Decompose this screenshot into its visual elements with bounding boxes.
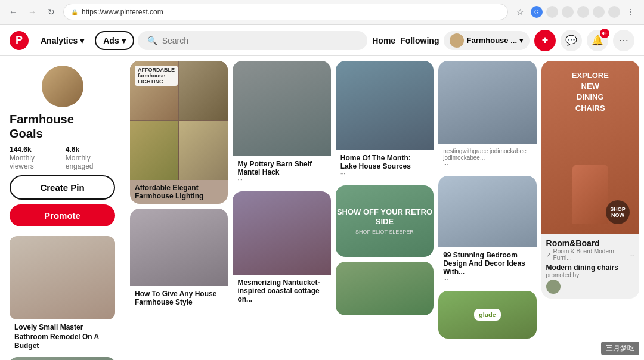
pin-item-roomboard[interactable]: EXPLORENEWDININGCHAIRS SHOP NOW Room&Boa… bbox=[541, 61, 639, 299]
pin-item-nesting[interactable]: nestingwithgrace jodimockabee jodimockab… bbox=[438, 61, 536, 171]
pin-item-nantucket[interactable]: Mesmerizing Nantucket-inspired coastal c… bbox=[233, 191, 330, 307]
ads-nav-btn[interactable]: Ads ▾ bbox=[96, 32, 132, 49]
pin-lake-info: Home Of The Month: Lake House Sources ··… bbox=[336, 150, 434, 181]
monthly-viewers-stat: 144.6k Monthly viewers bbox=[10, 145, 56, 170]
main-content: Farmhouse Goals 144.6k Monthly viewers 4… bbox=[0, 56, 644, 360]
more-button[interactable]: ⋮ bbox=[624, 5, 638, 19]
sidebar-pin-1[interactable]: Lovely Small Master Bathroom Remodel On … bbox=[10, 236, 115, 352]
pin-shelf-info: My Pottery Barn Shelf Mantel Hack ··· bbox=[233, 156, 330, 187]
search-icon: 🔍 bbox=[147, 36, 157, 45]
profile-icon[interactable]: G bbox=[531, 6, 543, 18]
sidebar: Farmhouse Goals 144.6k Monthly viewers 4… bbox=[0, 56, 125, 360]
home-nav-btn[interactable]: Home bbox=[372, 36, 395, 45]
ext-icon1[interactable] bbox=[546, 6, 558, 18]
pin-glade-label: glade bbox=[474, 309, 501, 321]
pin-roomboard-chairs-title: Modern dining chairs bbox=[546, 263, 634, 272]
profile-image bbox=[42, 66, 83, 107]
pin-roomboard-author: ↗ Room & Board Modern Furni... ··· bbox=[546, 248, 634, 261]
pin-item-green-sofa[interactable] bbox=[336, 262, 434, 315]
profile-stats: 144.6k Monthly viewers 4.6k Monthly enga… bbox=[10, 145, 115, 170]
sidebar-pin-2[interactable] bbox=[10, 357, 115, 360]
notifications-btn[interactable]: 🔔 9+ bbox=[587, 30, 608, 51]
pin-nesting-info: nestingwithgrace jodimockabee jodimockab… bbox=[438, 144, 536, 171]
pin-nantucket-info: Mesmerizing Nantucket-inspired coastal c… bbox=[233, 275, 330, 307]
sidebar-pin-title-1: Lovely Small Master Bathroom Remodel On … bbox=[10, 319, 115, 352]
pin-nesting-author: nestingwithgrace jodimockabee jodimockab… bbox=[443, 148, 531, 161]
url-text: https://www.pinterest.com bbox=[82, 8, 500, 16]
pinterest-nav: P Analytics ▾ Ads ▾ 🔍 Home Following Far… bbox=[0, 25, 644, 56]
pin-nantucket-title: Mesmerizing Nantucket-inspired coastal c… bbox=[237, 278, 326, 303]
pin-shelf-dots: ··· bbox=[237, 176, 326, 183]
more-options-btn[interactable]: ⋯ bbox=[613, 30, 634, 51]
pin-item-lake[interactable]: Home Of The Month: Lake House Sources ··… bbox=[336, 61, 434, 181]
pin-shelf-title: My Pottery Barn Shelf Mantel Hack bbox=[237, 160, 326, 176]
pin-lake-title: Home Of The Month: Lake House Sources bbox=[340, 154, 429, 170]
pin-roomboard-brand: Room&Board bbox=[546, 238, 634, 248]
lock-icon: 🔒 bbox=[71, 9, 78, 15]
browser-toolbar: ← → ↻ 🔒 https://www.pinterest.com ☆ G ⋮ bbox=[0, 0, 644, 24]
user-label: Farmhouse ... bbox=[466, 36, 517, 45]
pin-lighting-title: Affordable Elegant Farmhouse Lighting bbox=[135, 184, 223, 200]
search-input[interactable] bbox=[162, 36, 358, 45]
pin-item-retro[interactable]: SHOW OFF YOUR RETRO SIDE SHOP ELIOT SLEE… bbox=[336, 185, 434, 257]
notification-badge: 9+ bbox=[600, 29, 609, 38]
pin-retro-subtitle: SHOP ELIOT SLEEPER bbox=[355, 229, 414, 235]
pin-grid: AFFORDABLEfarmhouseLIGHTING Affordable E… bbox=[125, 56, 644, 360]
url-bar[interactable]: 🔒 https://www.pinterest.com bbox=[63, 4, 508, 20]
watermark: 三月梦吃 bbox=[601, 342, 639, 355]
analytics-nav-btn[interactable]: Analytics ▾ bbox=[33, 32, 91, 49]
pin-house-style-title: How To Give Any House Farmhouse Style bbox=[135, 290, 223, 306]
pin-item-glade[interactable]: glade bbox=[438, 291, 536, 339]
reload-button[interactable]: ↻ bbox=[44, 5, 58, 19]
add-pin-btn[interactable]: + bbox=[534, 30, 556, 51]
shop-now-btn[interactable]: SHOP NOW bbox=[606, 200, 630, 224]
forward-button[interactable]: → bbox=[25, 5, 39, 19]
pin-roomboard-promoted: promoted by bbox=[546, 272, 634, 278]
following-nav-btn[interactable]: Following bbox=[400, 36, 439, 45]
masonry-grid: AFFORDABLEfarmhouseLIGHTING Affordable E… bbox=[130, 61, 639, 339]
sidebar-pins: Lovely Small Master Bathroom Remodel On … bbox=[10, 236, 115, 360]
nav-right: Home Following Farmhouse ... ▾ + 💬 🔔 9+ … bbox=[372, 30, 634, 51]
ext-icon4[interactable] bbox=[593, 6, 605, 18]
browser-icons-right: ☆ G ⋮ bbox=[513, 5, 638, 19]
pinterest-logo[interactable]: P bbox=[10, 31, 29, 50]
pin-item-bedroom[interactable]: 99 Stunning Bedroom Design And Decor Ide… bbox=[438, 176, 536, 286]
pin-bedroom-title: 99 Stunning Bedroom Design And Decor Ide… bbox=[443, 251, 531, 276]
browser-chrome: ← → ↻ 🔒 https://www.pinterest.com ☆ G ⋮ bbox=[0, 0, 644, 25]
back-button[interactable]: ← bbox=[6, 5, 20, 19]
monthly-engaged-stat: 4.6k Monthly engaged bbox=[66, 145, 115, 170]
bookmark-button[interactable]: ☆ bbox=[513, 5, 527, 19]
user-menu[interactable]: Farmhouse ... ▾ bbox=[444, 31, 530, 50]
pin-roomboard-title-text: EXPLORENEWDININGCHAIRS bbox=[551, 70, 630, 114]
ext-icon2[interactable] bbox=[562, 6, 574, 18]
nav-search-bar[interactable]: 🔍 bbox=[138, 31, 368, 50]
pin-lighting-info: Affordable Elegant Farmhouse Lighting bbox=[130, 180, 228, 204]
ext-icon5[interactable] bbox=[608, 6, 620, 18]
pin-retro-title: SHOW OFF YOUR RETRO SIDE bbox=[336, 207, 434, 226]
user-avatar bbox=[450, 33, 464, 48]
pin-roomboard-avatar bbox=[546, 280, 561, 294]
profile-section: Farmhouse Goals 144.6k Monthly viewers 4… bbox=[10, 66, 115, 226]
profile-name: Farmhouse Goals bbox=[10, 112, 115, 141]
create-pin-button[interactable]: Create Pin bbox=[10, 175, 115, 200]
pin-item-lighting[interactable]: AFFORDABLEfarmhouseLIGHTING Affordable E… bbox=[130, 61, 228, 204]
pin-bedroom-info: 99 Stunning Bedroom Design And Decor Ide… bbox=[438, 247, 536, 286]
pin-item-shelf[interactable]: My Pottery Barn Shelf Mantel Hack ··· bbox=[233, 61, 330, 187]
promote-button[interactable]: Promote bbox=[10, 204, 115, 226]
pin-item-house-style[interactable]: How To Give Any House Farmhouse Style bbox=[130, 209, 228, 310]
pin-house-style-info: How To Give Any House Farmhouse Style bbox=[130, 286, 228, 310]
ext-icon3[interactable] bbox=[577, 6, 589, 18]
pin-roomboard-info: Room&Board ↗ Room & Board Modern Furni..… bbox=[541, 234, 639, 299]
messages-btn[interactable]: 💬 bbox=[561, 30, 582, 51]
